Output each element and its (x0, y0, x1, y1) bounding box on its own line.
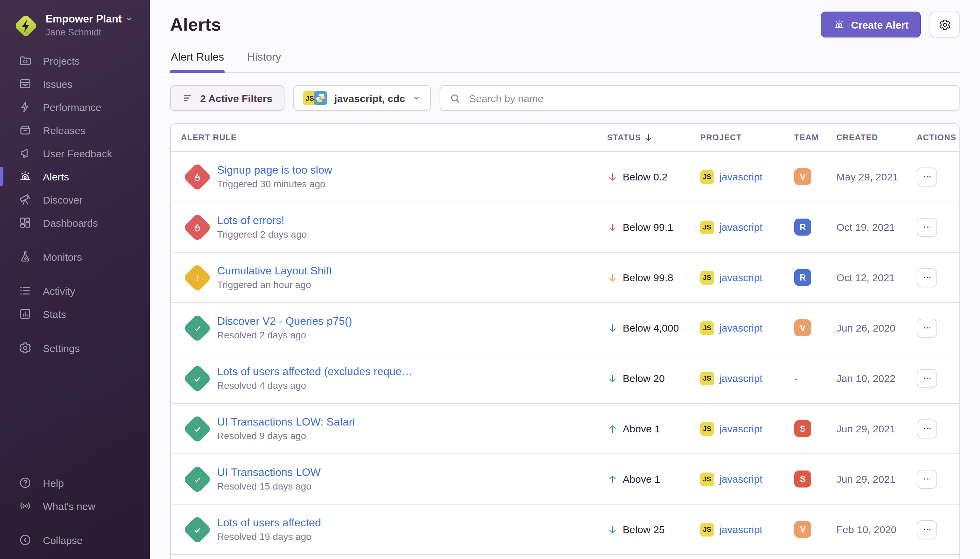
status-value: Below 4,000 (623, 322, 679, 334)
alert-settings-button[interactable] (930, 12, 960, 38)
sidebar: Empower Plant Jane Schmidt Projects Issu… (0, 0, 150, 559)
sidebar-item-releases[interactable]: Releases (0, 119, 150, 142)
sidebar-item-alerts[interactable]: Alerts (0, 165, 150, 188)
table-header: Alert Rule Status Project Team Created A… (171, 124, 959, 151)
project-link[interactable]: javascript (719, 322, 762, 334)
sidebar-item-label: User Feedback (43, 147, 112, 159)
releases-icon (18, 123, 32, 137)
row-actions-button[interactable] (917, 470, 937, 488)
project-link[interactable]: javascript (719, 372, 762, 384)
trend-arrow-icon (607, 473, 618, 485)
sidebar-item-label: Performance (43, 101, 101, 113)
table-row: Discover V2 - Queries p75() Resolved 2 d… (171, 302, 959, 353)
sidebar-item-feedback[interactable]: User Feedback (0, 142, 150, 165)
alert-rule-link[interactable]: UI Transactions LOW: Safari (217, 416, 588, 428)
org-switcher[interactable]: Empower Plant Jane Schmidt (12, 12, 140, 40)
main-content: Alerts Create Alert Alert Rules History … (150, 0, 980, 559)
team-avatar: V (794, 168, 811, 185)
page-title: Alerts (170, 14, 221, 35)
filter-bar: 2 Active Filters JS javascript, cdc (170, 85, 960, 111)
ellipsis-icon (922, 373, 932, 383)
issues-icon (18, 77, 32, 91)
org-logo-icon (12, 12, 40, 40)
alert-rule-link[interactable]: UI Transactions LOW (217, 466, 588, 479)
trend-arrow-icon (607, 221, 618, 233)
alert-rule-subtitle: Triggered an hour ago (217, 279, 588, 290)
alert-rule-link[interactable]: Signup page is too slow (217, 164, 588, 176)
javascript-platform-icon: JS (700, 271, 714, 284)
row-actions-button[interactable] (917, 167, 937, 186)
row-actions-button[interactable] (917, 318, 937, 337)
sidebar-item-issues[interactable]: Issues (0, 72, 150, 95)
sidebar-item-whatsnew[interactable]: What's new (0, 495, 150, 518)
team-avatar: V (794, 319, 811, 336)
column-alert-rule: Alert Rule (171, 133, 602, 142)
alert-rule-link[interactable]: Lots of errors! (217, 215, 588, 227)
tab-bar: Alert Rules History (170, 46, 960, 73)
project-link[interactable]: javascript (719, 473, 762, 485)
org-user-name: Jane Schmidt (46, 27, 134, 38)
help-icon (18, 476, 32, 490)
sidebar-item-projects[interactable]: Projects (0, 49, 150, 72)
created-date: Feb 10, 2020 (828, 524, 908, 535)
chevron-down-icon (412, 93, 422, 103)
alert-rule-subtitle: Resolved 4 days ago (217, 380, 588, 391)
sidebar-item-help[interactable]: Help (0, 471, 150, 495)
trend-arrow-icon (607, 422, 618, 435)
search-input[interactable] (468, 92, 950, 104)
project-selector[interactable]: JS javascript, cdc (293, 85, 431, 111)
sidebar-item-performance[interactable]: Performance (0, 95, 150, 119)
row-actions-button[interactable] (917, 520, 937, 539)
created-date: Jun 29, 2021 (828, 473, 908, 485)
alert-rule-subtitle: Triggered 2 days ago (217, 229, 588, 240)
status-value: Below 25 (623, 524, 665, 535)
project-link[interactable]: javascript (719, 272, 762, 283)
sidebar-item-activity[interactable]: Activity (0, 279, 150, 302)
project-link[interactable]: javascript (719, 221, 762, 233)
search-field[interactable] (440, 85, 960, 111)
sidebar-item-label: Dashboards (43, 217, 98, 228)
row-actions-button[interactable] (917, 268, 937, 287)
tab-history[interactable]: History (247, 46, 282, 72)
alert-rule-link[interactable]: Lots of users affected (excludes reque… (217, 366, 588, 378)
next-row-edge (171, 554, 959, 559)
alert-rule-link[interactable]: Lots of users affected (217, 517, 588, 529)
alert-rules-table: Alert Rule Status Project Team Created A… (170, 123, 960, 559)
org-name[interactable]: Empower Plant (46, 13, 122, 25)
row-actions-button[interactable] (917, 218, 937, 237)
status-value: Below 20 (623, 372, 665, 384)
tab-alert-rules[interactable]: Alert Rules (170, 46, 225, 72)
sidebar-collapse-button[interactable]: Collapse (0, 528, 150, 551)
column-status[interactable]: Status (602, 133, 690, 142)
created-date: Jun 29, 2021 (828, 423, 908, 434)
status-value: Below 99.8 (623, 272, 673, 283)
sidebar-item-label: Collapse (43, 534, 82, 546)
active-filters-label: 2 Active Filters (200, 92, 272, 104)
sidebar-item-label: Issues (43, 78, 73, 89)
team-avatar: R (794, 218, 811, 236)
alert-rule-link[interactable]: Discover V2 - Queries p75() (217, 315, 588, 327)
sidebar-item-discover[interactable]: Discover (0, 188, 150, 211)
active-filters-button[interactable]: 2 Active Filters (170, 85, 284, 111)
project-link[interactable]: javascript (719, 423, 762, 434)
column-created: Created (828, 133, 908, 142)
ellipsis-icon (922, 524, 932, 534)
sort-descending-icon (644, 133, 653, 142)
table-row: Lots of users affected (excludes reque… … (171, 353, 959, 403)
project-link[interactable]: javascript (719, 524, 762, 535)
sidebar-item-stats[interactable]: Stats (0, 302, 150, 326)
create-alert-button[interactable]: Create Alert (820, 12, 921, 38)
project-link[interactable]: javascript (719, 171, 762, 182)
app-root: Empower Plant Jane Schmidt Projects Issu… (0, 0, 980, 559)
sidebar-item-monitors[interactable]: Monitors (0, 245, 150, 268)
alert-status-icon (183, 263, 212, 292)
alert-status-icon (183, 314, 212, 342)
sidebar-item-settings[interactable]: Settings (0, 336, 150, 359)
javascript-platform-icon: JS (700, 422, 714, 435)
trend-arrow-icon (607, 271, 618, 284)
sidebar-item-dashboards[interactable]: Dashboards (0, 211, 150, 234)
row-actions-button[interactable] (917, 369, 937, 388)
gear-icon (938, 18, 951, 31)
alert-rule-link[interactable]: Cumulative Layout Shift (217, 265, 588, 277)
row-actions-button[interactable] (917, 419, 937, 438)
